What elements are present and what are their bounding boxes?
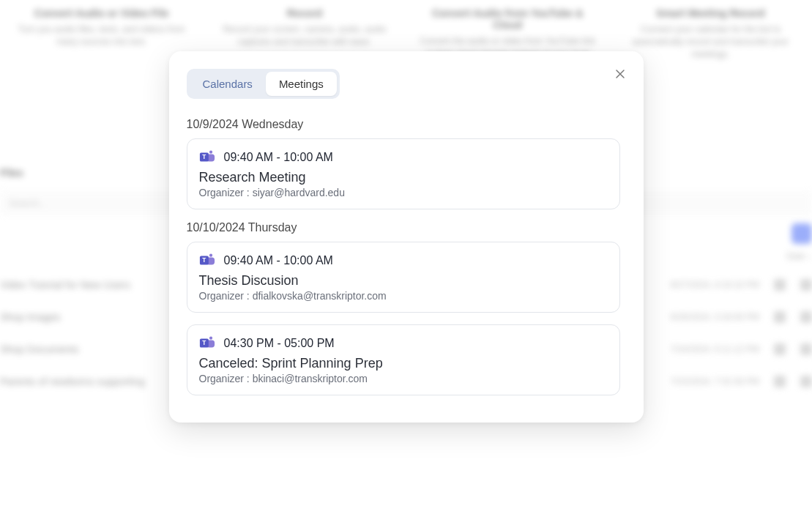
meeting-card[interactable]: T 09:40 AM - 10:00 AM Research Meeting O… — [187, 138, 620, 209]
meeting-time: 09:40 AM - 10:00 AM — [224, 151, 333, 164]
teams-icon: T — [199, 149, 215, 165]
modal-overlay: Calendars Meetings 10/9/2024 Wednesday T… — [0, 0, 812, 506]
tab-meetings[interactable]: Meetings — [266, 72, 337, 96]
teams-icon: T — [199, 253, 215, 269]
meeting-title: Thesis Discusion — [199, 273, 608, 289]
meeting-organizer: Organizer : dfialkovska@transkriptor.com — [199, 290, 608, 302]
svg-text:T: T — [202, 340, 206, 346]
day-header: 10/10/2024 Thursday — [187, 221, 620, 234]
svg-point-9 — [209, 337, 212, 340]
svg-text:T: T — [202, 257, 206, 264]
meeting-title: Canceled: Sprint Planning Prep — [199, 356, 608, 371]
svg-text:T: T — [202, 154, 206, 160]
tab-calendars[interactable]: Calendars — [190, 72, 266, 96]
day-header: 10/9/2024 Wednesday — [187, 118, 620, 131]
meeting-time: 09:40 AM - 10:00 AM — [224, 254, 333, 267]
close-icon — [614, 68, 626, 82]
meeting-organizer: Organizer : siyar@hardvard.edu — [199, 187, 608, 198]
svg-point-1 — [209, 151, 212, 154]
meeting-card[interactable]: T 09:40 AM - 10:00 AM Thesis Discusion O… — [187, 242, 620, 313]
close-button[interactable] — [611, 66, 629, 83]
tab-container: Calendars Meetings — [187, 69, 340, 99]
meetings-list[interactable]: 10/9/2024 Wednesday T 09:40 AM - 10:00 A… — [187, 112, 626, 405]
meetings-modal: Calendars Meetings 10/9/2024 Wednesday T… — [169, 51, 644, 423]
meeting-organizer: Organizer : bkinaci@transkriptor.com — [199, 373, 608, 384]
teams-icon: T — [199, 335, 215, 351]
meeting-time: 04:30 PM - 05:00 PM — [224, 337, 335, 350]
meeting-title: Research Meeting — [199, 170, 608, 185]
meeting-card[interactable]: T 04:30 PM - 05:00 PM Canceled: Sprint P… — [187, 324, 620, 395]
svg-point-5 — [209, 254, 212, 257]
